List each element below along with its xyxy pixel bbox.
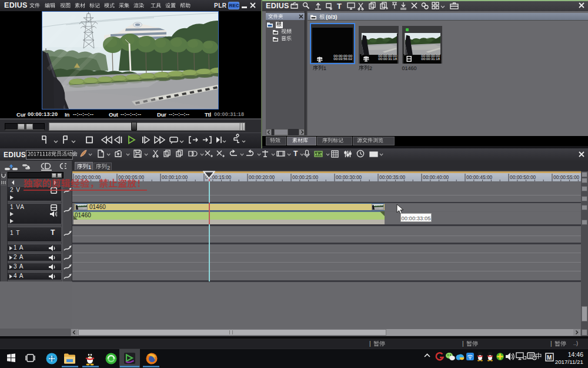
svg-text:00:00:30:00: 00:00:30:00 bbox=[336, 174, 362, 180]
svg-text:00:00:55:00: 00:00:55:00 bbox=[553, 174, 580, 180]
svg-text:00:00:10:00: 00:00:10:00 bbox=[162, 174, 188, 180]
svg-text:00:00:25:00: 00:00:25:00 bbox=[292, 174, 319, 180]
svg-text:00:00:45:00: 00:00:45:00 bbox=[466, 174, 493, 180]
svg-text:T: T bbox=[293, 150, 298, 158]
svg-text:00:00:35:00: 00:00:35:00 bbox=[379, 174, 406, 180]
svg-text:T: T bbox=[337, 2, 342, 11]
svg-text:00:00:20:00: 00:00:20:00 bbox=[249, 174, 275, 180]
svg-text:00:00:50:00: 00:00:50:00 bbox=[510, 174, 536, 180]
svg-text:00:00:40:00: 00:00:40:00 bbox=[423, 174, 449, 180]
